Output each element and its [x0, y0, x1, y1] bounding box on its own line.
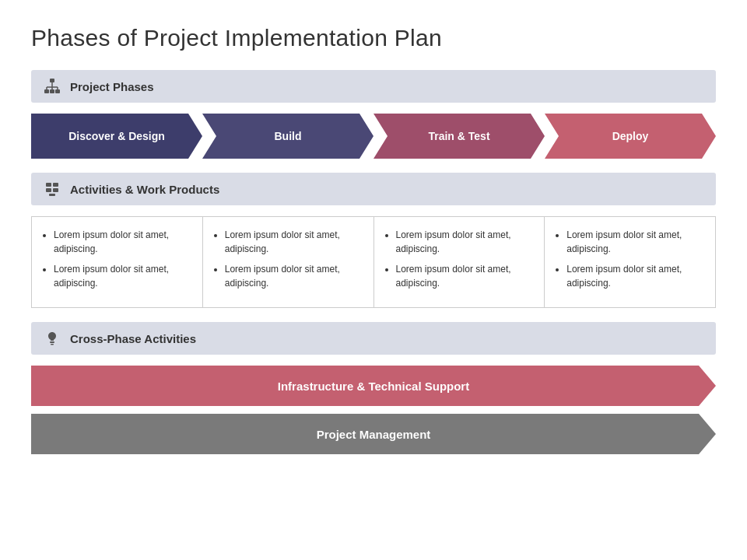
list-item: Lorem ipsum dolor sit amet, adipiscing. [566, 228, 704, 256]
list-item: Lorem ipsum dolor sit amet, adipiscing. [225, 228, 363, 256]
cross-phase-arrows: Infrastructure & Technical Support Proje… [31, 366, 716, 454]
section2-title: Activities & Work Products [70, 183, 219, 196]
phases-row: Discover & Design Build Train & Test Dep… [31, 114, 716, 159]
page-title: Phases of Project Implementation Plan [31, 25, 716, 51]
phase-train: Train & Test [374, 114, 545, 159]
phase-build: Build [202, 114, 374, 159]
cross-arrow-pm: Project Management [31, 414, 716, 454]
svg-rect-3 [55, 89, 60, 93]
list-item: Lorem ipsum dolor sit amet, adipiscing. [54, 228, 191, 256]
hierarchy-icon [44, 78, 61, 95]
list-item: Lorem ipsum dolor sit amet, adipiscing. [396, 262, 534, 290]
list-item: Lorem ipsum dolor sit amet, adipiscing. [566, 262, 704, 290]
section3-header: Cross-Phase Activities [31, 322, 716, 355]
activity-col-2: Lorem ipsum dolor sit amet, adipiscing. … [203, 217, 374, 307]
svg-rect-11 [46, 188, 51, 192]
svg-rect-12 [53, 188, 58, 192]
svg-rect-13 [49, 194, 55, 196]
activities-grid: Lorem ipsum dolor sit amet, adipiscing. … [31, 216, 716, 308]
activity-col-4: Lorem ipsum dolor sit amet, adipiscing. … [545, 217, 716, 307]
svg-rect-15 [51, 344, 54, 345]
lightbulb-icon [44, 330, 61, 347]
slide: Phases of Project Implementation Plan Pr… [0, 0, 747, 560]
section1-header: Project Phases [31, 70, 716, 103]
section2-header: Activities & Work Products [31, 173, 716, 205]
svg-rect-1 [44, 89, 49, 93]
svg-rect-2 [50, 89, 54, 93]
phase-deploy: Deploy [545, 114, 716, 159]
activity-col-1: Lorem ipsum dolor sit amet, adipiscing. … [32, 217, 203, 307]
svg-rect-10 [53, 183, 58, 187]
layers-icon [44, 180, 61, 198]
svg-rect-9 [46, 183, 51, 187]
list-item: Lorem ipsum dolor sit amet, adipiscing. [225, 262, 363, 290]
svg-rect-14 [50, 341, 54, 343]
section3-title: Cross-Phase Activities [70, 332, 196, 345]
list-item: Lorem ipsum dolor sit amet, adipiscing. [396, 228, 534, 256]
activity-col-3: Lorem ipsum dolor sit amet, adipiscing. … [374, 217, 545, 307]
list-item: Lorem ipsum dolor sit amet, adipiscing. [54, 262, 191, 290]
cross-arrow-infra: Infrastructure & Technical Support [31, 366, 716, 406]
svg-rect-0 [50, 79, 54, 82]
phase-discover: Discover & Design [31, 114, 202, 159]
section1-title: Project Phases [70, 80, 154, 93]
